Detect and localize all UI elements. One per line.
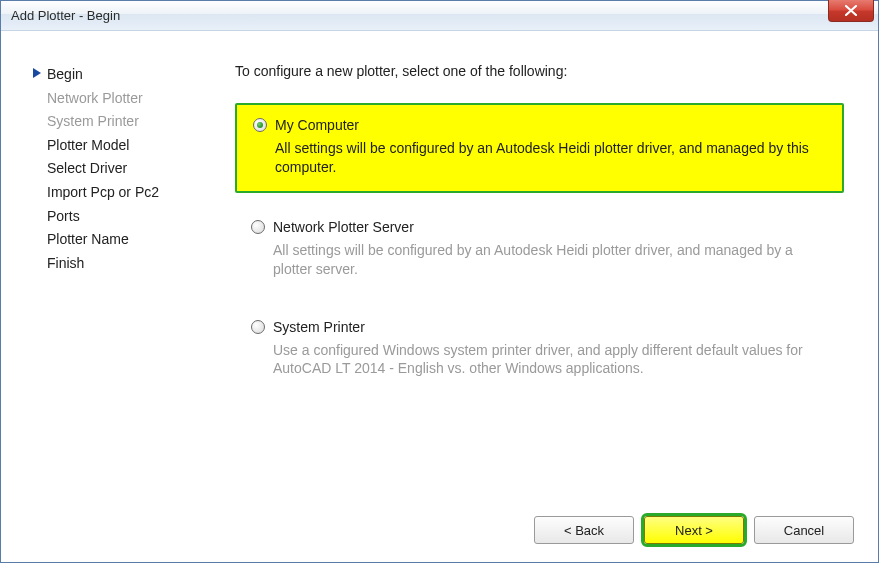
step-ports: Ports [33,205,235,229]
back-button[interactable]: < Back [534,516,634,544]
next-button[interactable]: Next > [644,516,744,544]
add-plotter-wizard: Add Plotter - Begin Begin Network Plotte… [0,0,879,563]
step-import-pcp-pc2: Import Pcp or Pc2 [33,181,235,205]
wizard-steps-sidebar: Begin Network Plotter System Printer Plo… [25,55,235,492]
option-system-printer[interactable]: System Printer Use a configured Windows … [235,307,844,393]
close-button[interactable] [828,0,874,22]
option-description: Use a configured Windows system printer … [251,341,828,379]
content-area: Begin Network Plotter System Printer Plo… [1,31,878,492]
main-panel: To configure a new plotter, select one o… [235,55,854,492]
titlebar: Add Plotter - Begin [1,1,878,31]
option-label: Network Plotter Server [273,219,414,235]
close-icon [845,5,857,16]
step-plotter-model: Plotter Model [33,134,235,158]
option-description: All settings will be configured by an Au… [251,241,828,279]
option-network-plotter-server[interactable]: Network Plotter Server All settings will… [235,207,844,293]
step-network-plotter: Network Plotter [33,87,235,111]
option-my-computer[interactable]: My Computer All settings will be configu… [235,103,844,193]
step-system-printer: System Printer [33,110,235,134]
cancel-button[interactable]: Cancel [754,516,854,544]
window-title: Add Plotter - Begin [11,8,120,23]
button-divider [25,495,854,496]
step-finish: Finish [33,252,235,276]
instruction-text: To configure a new plotter, select one o… [235,63,844,79]
step-select-driver: Select Driver [33,157,235,181]
option-label: My Computer [275,117,359,133]
option-label: System Printer [273,319,365,335]
radio-my-computer[interactable] [253,118,267,132]
step-plotter-name: Plotter Name [33,228,235,252]
option-description: All settings will be configured by an Au… [253,139,826,177]
wizard-buttons: < Back Next > Cancel [534,516,854,544]
step-begin: Begin [33,63,235,87]
radio-system-printer[interactable] [251,320,265,334]
radio-network-plotter-server[interactable] [251,220,265,234]
